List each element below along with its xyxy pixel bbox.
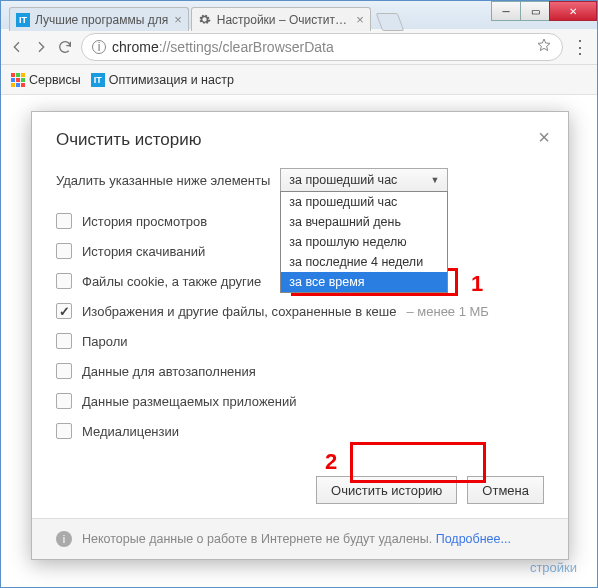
- site-info-icon[interactable]: i: [92, 40, 106, 54]
- bookmark-item-1[interactable]: IT Оптимизация и настр: [91, 73, 234, 87]
- check-row-autofill[interactable]: Данные для автозаполнения: [56, 356, 544, 386]
- check-label: Изображения и другие файлы, сохраненные …: [82, 304, 396, 319]
- dropdown-button[interactable]: за прошедший час ▼: [280, 168, 448, 192]
- info-icon: i: [56, 531, 72, 547]
- dropdown-list: за прошедший час за вчерашний день за пр…: [280, 191, 448, 293]
- apps-icon: [11, 73, 25, 87]
- prompt-label: Удалить указанные ниже элементы: [56, 173, 270, 188]
- address-bar[interactable]: i chrome://settings/clearBrowserData: [81, 33, 563, 61]
- checkbox[interactable]: [56, 213, 72, 229]
- checkbox[interactable]: [56, 333, 72, 349]
- cancel-button[interactable]: Отмена: [467, 476, 544, 504]
- dialog-header: Очистить историю ×: [32, 112, 568, 162]
- dropdown-option-4[interactable]: за все время: [281, 272, 447, 292]
- checkbox[interactable]: [56, 303, 72, 319]
- menu-button[interactable]: ⋮: [571, 42, 589, 52]
- dialog-footer: Очистить историю Отмена: [32, 462, 568, 518]
- tabstrip: IT Лучшие программы для × Настройки – Оч…: [9, 3, 401, 31]
- check-label: Файлы cookie, а также другие: [82, 274, 261, 289]
- check-label: История скачиваний: [82, 244, 205, 259]
- url-host: chrome: [112, 39, 159, 55]
- check-label: Медиалицензии: [82, 424, 179, 439]
- toolbar: i chrome://settings/clearBrowserData ⋮: [1, 29, 597, 65]
- bg-text: стройки: [530, 560, 577, 575]
- titlebar: IT Лучшие программы для × Настройки – Оч…: [1, 1, 597, 29]
- dropdown-option-2[interactable]: за прошлую неделю: [281, 232, 447, 252]
- reload-button[interactable]: [57, 39, 73, 55]
- dialog-close-button[interactable]: ×: [538, 126, 550, 149]
- clear-history-dialog: Очистить историю × Удалить указанные ниж…: [31, 111, 569, 560]
- note-text: Некоторые данные о работе в Интернете не…: [82, 532, 436, 546]
- browser-window: IT Лучшие программы для × Настройки – Оч…: [0, 0, 598, 588]
- bookmarks-bar: Сервисы IT Оптимизация и настр: [1, 65, 597, 95]
- bookmark-star-icon[interactable]: [536, 37, 552, 56]
- close-window-button[interactable]: ✕: [549, 1, 597, 21]
- checkbox[interactable]: [56, 423, 72, 439]
- back-button[interactable]: [9, 39, 25, 55]
- check-extra: – менее 1 МБ: [406, 304, 488, 319]
- prompt-row: Удалить указанные ниже элементы за проше…: [56, 168, 544, 192]
- check-label: Данные размещаемых приложений: [82, 394, 297, 409]
- close-tab-icon[interactable]: ×: [174, 12, 182, 27]
- dialog-title: Очистить историю: [56, 130, 201, 149]
- check-row-hosted-apps[interactable]: Данные размещаемых приложений: [56, 386, 544, 416]
- favicon-it-icon: IT: [16, 13, 30, 27]
- dialog-note: i Некоторые данные о работе в Интернете …: [32, 518, 568, 559]
- dialog-body: Удалить указанные ниже элементы за проше…: [32, 162, 568, 462]
- check-row-cached-images[interactable]: Изображения и другие файлы, сохраненные …: [56, 296, 544, 326]
- dropdown-option-1[interactable]: за вчерашний день: [281, 212, 447, 232]
- clear-history-button[interactable]: Очистить историю: [316, 476, 457, 504]
- note-link[interactable]: Подробнее...: [436, 532, 511, 546]
- checkbox[interactable]: [56, 363, 72, 379]
- check-label: Данные для автозаполнения: [82, 364, 256, 379]
- new-tab-button[interactable]: [375, 13, 404, 31]
- bookmark-it-icon: IT: [91, 73, 105, 87]
- dropdown-option-3[interactable]: за последние 4 недели: [281, 252, 447, 272]
- checkbox[interactable]: [56, 243, 72, 259]
- check-row-media-licenses[interactable]: Медиалицензии: [56, 416, 544, 446]
- tab-label: Лучшие программы для: [35, 13, 168, 27]
- tab-1[interactable]: Настройки – Очистить и ×: [191, 7, 371, 31]
- window-buttons: ─ ▭ ✕: [492, 1, 597, 21]
- check-label: История просмотров: [82, 214, 207, 229]
- dropdown-selected: за прошедший час: [289, 173, 397, 187]
- tab-0[interactable]: IT Лучшие программы для ×: [9, 7, 189, 31]
- close-tab-icon[interactable]: ×: [356, 12, 364, 27]
- apps-button[interactable]: Сервисы: [11, 73, 81, 87]
- time-range-dropdown[interactable]: за прошедший час ▼ за прошедший час за в…: [280, 168, 448, 192]
- chevron-down-icon: ▼: [430, 175, 439, 185]
- dropdown-option-0[interactable]: за прошедший час: [281, 192, 447, 212]
- maximize-button[interactable]: ▭: [520, 1, 550, 21]
- url-path: ://settings/clearBrowserData: [159, 39, 334, 55]
- checkbox[interactable]: [56, 273, 72, 289]
- tab-label: Настройки – Очистить и: [217, 13, 350, 27]
- minimize-button[interactable]: ─: [491, 1, 521, 21]
- bookmark-label: Оптимизация и настр: [109, 73, 234, 87]
- apps-label: Сервисы: [29, 73, 81, 87]
- forward-button[interactable]: [33, 39, 49, 55]
- check-row-passwords[interactable]: Пароли: [56, 326, 544, 356]
- favicon-gear-icon: [198, 13, 212, 27]
- check-label: Пароли: [82, 334, 128, 349]
- checkbox[interactable]: [56, 393, 72, 409]
